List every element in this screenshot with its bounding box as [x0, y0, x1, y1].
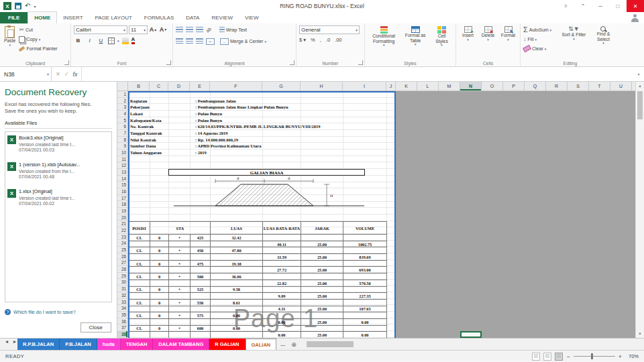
- indent-icon[interactable]: ⇤: [206, 38, 215, 45]
- row-header-11[interactable]: 11: [117, 156, 127, 163]
- font-dialog-launcher[interactable]: [166, 60, 171, 65]
- table-cell[interactable]: 0.00: [343, 318, 387, 325]
- table-cell[interactable]: CL: [129, 312, 150, 319]
- table-cell[interactable]: [129, 280, 150, 286]
- scroll-down-icon[interactable]: ▼: [636, 330, 644, 338]
- table-cell[interactable]: 425: [191, 235, 211, 241]
- sheet-tab-r-p-b-jalan[interactable]: R.P.B.JALAN: [17, 339, 60, 350]
- table-cell[interactable]: 0: [150, 260, 169, 267]
- qat-customize-icon[interactable]: ▾: [34, 4, 36, 9]
- table-cell[interactable]: CL: [129, 260, 150, 267]
- table-cell[interactable]: +: [169, 247, 191, 254]
- table-cell[interactable]: [301, 235, 343, 241]
- table-cell[interactable]: [211, 241, 263, 247]
- find-select-button[interactable]: Find & Select ▾: [590, 25, 617, 46]
- tab-page-layout[interactable]: PAGE LAYOUT: [89, 12, 138, 23]
- table-cell[interactable]: 227.35: [343, 293, 387, 300]
- table-cell[interactable]: 47.80: [211, 247, 263, 254]
- recovery-close-button[interactable]: Close: [80, 322, 111, 333]
- table-header[interactable]: POSISI: [129, 222, 150, 235]
- align-left-icon[interactable]: [176, 38, 183, 44]
- row-header-30[interactable]: 30: [117, 279, 127, 286]
- table-cell[interactable]: [169, 332, 191, 338]
- comma-style-icon[interactable]: ,: [320, 37, 321, 43]
- row-header-23[interactable]: 23: [117, 234, 127, 241]
- table-cell[interactable]: 4.31: [263, 306, 301, 312]
- table-cell[interactable]: [343, 235, 387, 241]
- table-cell[interactable]: [263, 247, 301, 254]
- column-header-U[interactable]: U: [610, 82, 632, 90]
- table-cell[interactable]: +: [169, 325, 191, 332]
- vertical-scrollbar[interactable]: ▲ ▼: [635, 82, 644, 338]
- autosum-button[interactable]: Σ AutoSum ▾: [523, 25, 558, 34]
- horizontal-scroll-thumb[interactable]: [307, 341, 354, 347]
- table-cell[interactable]: 40.11: [263, 241, 301, 247]
- undo-icon[interactable]: ↶: [25, 3, 30, 9]
- column-header-D[interactable]: D: [168, 82, 190, 90]
- table-cell[interactable]: 32.42: [211, 235, 263, 241]
- table-cell[interactable]: 27.72: [263, 267, 301, 274]
- table-cell[interactable]: 600: [191, 325, 211, 332]
- orientation-icon[interactable]: ab: [205, 26, 212, 33]
- info-row[interactable]: Tanggal Kontrak: 14 Agustus 2019: [128, 130, 396, 137]
- table-cell[interactable]: 0.00: [263, 332, 301, 338]
- tab-home[interactable]: HOME: [28, 11, 57, 23]
- table-cell[interactable]: 19.38: [211, 260, 263, 267]
- formula-input[interactable]: [82, 67, 633, 81]
- table-cell[interactable]: 36.06: [211, 274, 263, 280]
- table-cell[interactable]: [129, 267, 150, 274]
- row-header-12[interactable]: 12: [117, 162, 127, 169]
- alignment-dialog-launcher[interactable]: [290, 60, 294, 65]
- table-cell[interactable]: 693.00: [343, 267, 387, 274]
- table-cell[interactable]: 0: [150, 247, 169, 254]
- align-middle-icon[interactable]: [186, 27, 193, 33]
- zoom-slider[interactable]: [574, 356, 615, 357]
- row-header-2[interactable]: 2: [117, 98, 127, 105]
- column-header-G[interactable]: G: [262, 82, 301, 90]
- increase-font-size-button[interactable]: A▲: [149, 25, 158, 34]
- table-cell[interactable]: [263, 325, 301, 332]
- font-color-icon[interactable]: A: [131, 37, 136, 44]
- table-cell[interactable]: 33.59: [263, 254, 301, 261]
- table-cell[interactable]: 107.65: [343, 306, 387, 312]
- tab-review[interactable]: REVIEW: [205, 12, 239, 23]
- table-cell[interactable]: CL: [129, 235, 150, 241]
- help-button[interactable]: ?: [557, 0, 574, 12]
- table-cell[interactable]: CL: [129, 299, 150, 306]
- table-cell[interactable]: 9.58: [211, 286, 263, 293]
- column-header-H[interactable]: H: [301, 82, 343, 90]
- row-header-28[interactable]: 28: [117, 266, 127, 273]
- clipboard-dialog-launcher[interactable]: [64, 60, 69, 65]
- column-header-L[interactable]: L: [417, 82, 439, 90]
- table-cell[interactable]: [343, 260, 387, 267]
- table-cell[interactable]: 0: [150, 325, 169, 332]
- row-header-26[interactable]: 26: [117, 253, 127, 260]
- row-header-6[interactable]: 6: [117, 123, 127, 130]
- underline-button[interactable]: U: [97, 36, 105, 45]
- table-cell[interactable]: 8.61: [211, 299, 263, 306]
- align-right-icon[interactable]: [196, 38, 203, 44]
- cell-styles-button[interactable]: Cell Styles ▾: [431, 25, 453, 48]
- table-cell[interactable]: [150, 267, 169, 274]
- info-row[interactable]: Sumber Dana: APBD Provinsi Kalimantan Ut…: [128, 143, 396, 149]
- table-cell[interactable]: 25.00: [301, 280, 343, 286]
- info-row[interactable]: Lokasi: Pulau Bunyu: [128, 111, 396, 117]
- table-cell[interactable]: 25.00: [301, 306, 343, 312]
- row-header-15[interactable]: 15: [117, 182, 127, 188]
- table-cell[interactable]: [191, 306, 211, 312]
- table-cell[interactable]: 0.00: [211, 325, 263, 332]
- wrap-text-button[interactable]: Wrap Text: [219, 25, 247, 34]
- table-cell[interactable]: 0: [150, 286, 169, 293]
- insert-cells-button[interactable]: + Insert ▾: [459, 25, 477, 42]
- info-row[interactable]: Kegiatan: Pembangunan Jalan: [128, 98, 396, 105]
- table-cell[interactable]: [343, 312, 387, 319]
- sort-filter-button[interactable]: ⇅▼ Sort & Filter ▾: [560, 25, 588, 42]
- table-cell[interactable]: CL: [129, 286, 150, 293]
- maximize-button[interactable]: □: [609, 0, 627, 12]
- table-cell[interactable]: CL: [129, 274, 150, 280]
- tab-file[interactable]: FILE: [0, 12, 28, 23]
- table-cell[interactable]: [150, 306, 169, 312]
- table-cell[interactable]: 0.00: [211, 312, 263, 319]
- table-cell[interactable]: [169, 241, 191, 247]
- tab-insert[interactable]: INSERT: [57, 12, 89, 23]
